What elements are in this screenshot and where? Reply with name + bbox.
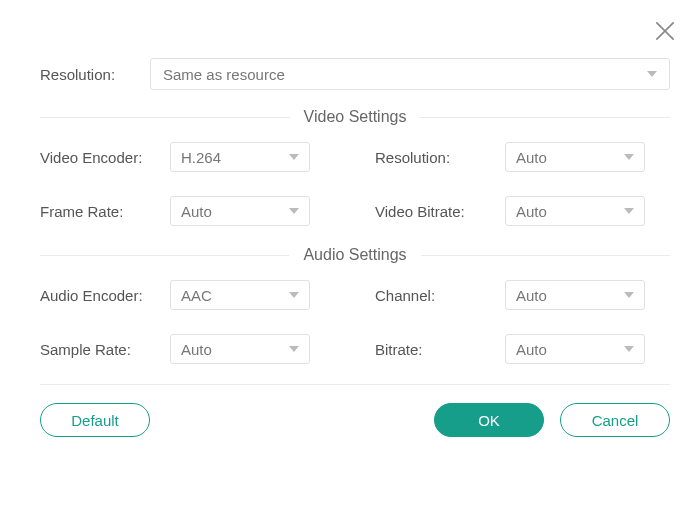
audio-encoder-label: Audio Encoder: — [40, 287, 170, 304]
chevron-down-icon — [624, 154, 634, 160]
audio-section-header: Audio Settings — [40, 246, 670, 264]
close-button[interactable] — [652, 18, 678, 44]
video-section-title: Video Settings — [290, 108, 421, 126]
chevron-down-icon — [647, 71, 657, 77]
default-button[interactable]: Default — [40, 403, 150, 437]
cancel-button-label: Cancel — [592, 412, 639, 429]
sample-rate-field: Sample Rate: Auto — [40, 334, 335, 364]
channel-label: Channel: — [375, 287, 505, 304]
video-encoder-value: H.264 — [181, 149, 221, 166]
video-section-header: Video Settings — [40, 108, 670, 126]
ok-button-label: OK — [478, 412, 500, 429]
chevron-down-icon — [289, 346, 299, 352]
audio-bitrate-value: Auto — [516, 341, 547, 358]
chevron-down-icon — [289, 154, 299, 160]
channel-value: Auto — [516, 287, 547, 304]
frame-rate-select[interactable]: Auto — [170, 196, 310, 226]
video-resolution-field: Resolution: Auto — [375, 142, 670, 172]
top-resolution-row: Resolution: Same as resource — [40, 58, 670, 90]
sample-rate-select[interactable]: Auto — [170, 334, 310, 364]
sample-rate-value: Auto — [181, 341, 212, 358]
audio-section-title: Audio Settings — [289, 246, 420, 264]
audio-settings-grid: Audio Encoder: AAC Channel: Auto Sample … — [40, 280, 670, 364]
video-encoder-field: Video Encoder: H.264 — [40, 142, 335, 172]
video-bitrate-value: Auto — [516, 203, 547, 220]
frame-rate-value: Auto — [181, 203, 212, 220]
divider-line — [40, 117, 290, 118]
divider-line — [40, 255, 289, 256]
divider-line — [421, 255, 670, 256]
top-resolution-label: Resolution: — [40, 66, 150, 83]
video-bitrate-label: Video Bitrate: — [375, 203, 505, 220]
video-resolution-value: Auto — [516, 149, 547, 166]
chevron-down-icon — [624, 208, 634, 214]
top-resolution-value: Same as resource — [163, 66, 285, 83]
ok-button[interactable]: OK — [434, 403, 544, 437]
video-encoder-select[interactable]: H.264 — [170, 142, 310, 172]
default-button-label: Default — [71, 412, 119, 429]
audio-encoder-value: AAC — [181, 287, 212, 304]
close-icon — [652, 18, 678, 44]
chevron-down-icon — [624, 346, 634, 352]
audio-encoder-field: Audio Encoder: AAC — [40, 280, 335, 310]
video-settings-grid: Video Encoder: H.264 Resolution: Auto Fr… — [40, 142, 670, 226]
channel-select[interactable]: Auto — [505, 280, 645, 310]
channel-field: Channel: Auto — [375, 280, 670, 310]
audio-encoder-select[interactable]: AAC — [170, 280, 310, 310]
audio-bitrate-select[interactable]: Auto — [505, 334, 645, 364]
footer-divider — [40, 384, 670, 385]
chevron-down-icon — [289, 292, 299, 298]
settings-dialog: Resolution: Same as resource Video Setti… — [0, 0, 700, 510]
chevron-down-icon — [624, 292, 634, 298]
video-encoder-label: Video Encoder: — [40, 149, 170, 166]
video-bitrate-select[interactable]: Auto — [505, 196, 645, 226]
dialog-footer: Default OK Cancel — [40, 403, 670, 437]
top-resolution-select[interactable]: Same as resource — [150, 58, 670, 90]
frame-rate-field: Frame Rate: Auto — [40, 196, 335, 226]
video-resolution-label: Resolution: — [375, 149, 505, 166]
video-resolution-select[interactable]: Auto — [505, 142, 645, 172]
audio-bitrate-label: Bitrate: — [375, 341, 505, 358]
footer-right-group: OK Cancel — [434, 403, 670, 437]
divider-line — [420, 117, 670, 118]
cancel-button[interactable]: Cancel — [560, 403, 670, 437]
audio-bitrate-field: Bitrate: Auto — [375, 334, 670, 364]
sample-rate-label: Sample Rate: — [40, 341, 170, 358]
video-bitrate-field: Video Bitrate: Auto — [375, 196, 670, 226]
chevron-down-icon — [289, 208, 299, 214]
frame-rate-label: Frame Rate: — [40, 203, 170, 220]
